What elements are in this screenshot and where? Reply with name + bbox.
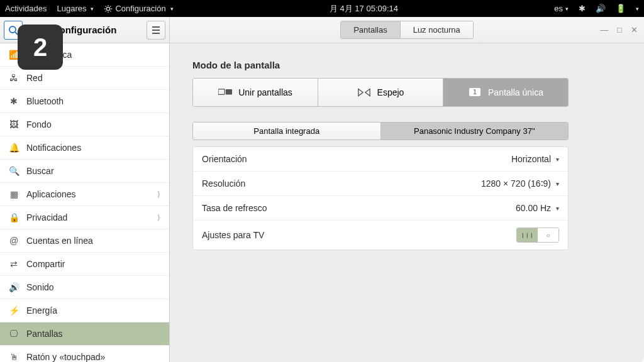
resolution-value[interactable]: 1280 × 720 (16∶9) [481,178,559,189]
orientation-value[interactable]: Horizontal [511,154,559,164]
svg-point-1 [9,26,16,33]
mode-mirror[interactable]: Espejo [318,79,443,106]
sidebar-item-label: Red [26,73,43,83]
sidebar-item-label: Bluetooth [26,96,64,106]
sidebar-icon: 🔒 [9,212,19,222]
sidebar-item-label: Cuentas en línea [26,236,93,246]
mode-single[interactable]: 1 Pantalla única [443,79,568,106]
volume-icon[interactable]: 🔊 [596,4,606,13]
places-menu[interactable]: Lugares [57,4,94,13]
sidebar-icon: 🔔 [9,143,19,153]
system-menu-chevron[interactable]: ▾ [636,6,639,12]
sidebar-item-label: Energía [26,305,57,315]
sidebar-item-cuentas-en-l-nea[interactable]: @Cuentas en línea [0,229,169,253]
join-icon [218,87,232,97]
display-integrated[interactable]: Pantalla integrada [193,123,381,140]
window-maximize[interactable]: □ [617,25,622,35]
sidebar-icon: 🔍 [9,166,19,176]
workspace-badge: 2 [18,25,63,70]
sidebar-icon: ✱ [9,96,19,106]
sidebar-item-label: Buscar [26,166,54,176]
svg-point-0 [107,7,110,10]
sidebar-item-compartir[interactable]: ⇄Compartir [0,253,169,276]
sidebar-item-red[interactable]: 🖧Red [0,67,169,90]
sidebar-item-privacidad[interactable]: 🔒Privacidad⟩ [0,206,169,229]
menu-icon [152,26,160,34]
bluetooth-icon[interactable]: ✱ [579,4,586,13]
battery-icon[interactable]: 🔋 [616,4,626,13]
sidebar-item-label: Pantallas [26,329,63,339]
tab-night-light[interactable]: Luz nocturna [401,21,473,38]
refresh-value[interactable]: 60.00 Hz [516,203,559,213]
svg-rect-7 [226,89,232,94]
sidebar-item-rat-n-y-touchpad-[interactable]: 🖱Ratón y «touchpad» [0,346,169,362]
sidebar-item-label: Ratón y «touchpad» [26,352,105,362]
hamburger-menu[interactable] [147,21,165,40]
mode-join[interactable]: Unir pantallas [193,79,318,106]
sidebar-icon: 🖱 [9,352,19,362]
sidebar-item-aplicaciones[interactable]: ▦Aplicaciones⟩ [0,183,169,206]
sidebar-item-label: Sonido [26,282,54,292]
sidebar-icon: 🔊 [9,282,19,292]
sidebar-item-notificaciones[interactable]: 🔔Notificaciones [0,136,169,160]
sidebar-icon: ▦ [9,189,19,199]
search-icon [8,25,18,35]
sidebar-item-fondo[interactable]: 🖼Fondo [0,113,169,136]
activities-button[interactable]: Actividades [5,4,47,13]
svg-rect-6 [218,89,225,94]
sidebar-icon: 🖧 [9,73,19,83]
sidebar-item-sonido[interactable]: 🔊Sonido [0,276,169,299]
display-settings-panel: Modo de la pantalla Unir pantallas Espej… [170,43,644,362]
single-icon: 1 [468,87,482,97]
tab-displays[interactable]: Pantallas [341,21,400,38]
sidebar-item-energ-a[interactable]: ⚡Energía [0,299,169,322]
window-minimize[interactable]: — [600,25,608,35]
content-header: Pantallas Luz nocturna — □ ✕ [170,17,644,43]
display-panasonic[interactable]: Panasonic Industry Company 37" [381,123,569,140]
sidebar-item-pantallas[interactable]: 🖵Pantallas [0,322,169,346]
mirror-icon [357,87,371,97]
sidebar-item-label: Fondo [26,119,52,129]
row-refresh-rate[interactable]: Tasa de refresco 60.00 Hz [193,196,568,221]
sidebar-icon: ⚡ [9,305,19,315]
row-orientation[interactable]: Orientación Horizontal [193,147,568,172]
sidebar-item-label: Notificaciones [26,143,81,153]
sidebar-item-bluetooth[interactable]: ✱Bluetooth [0,90,169,113]
sidebar-icon: 🖵 [9,329,19,339]
sidebar-item-label: Aplicaciones [26,189,76,199]
chevron-right-icon: ⟩ [157,213,160,222]
tv-adjust-switch[interactable]: ❙❙❙ [516,228,559,243]
gnome-topbar: Actividades Lugares Configuración 月 4月 1… [0,0,644,17]
display-mode-title: Modo de la pantalla [192,60,569,70]
chevron-right-icon: ⟩ [157,190,160,199]
row-tv-adjust: Ajustes para TV ❙❙❙ [193,221,568,250]
svg-text:1: 1 [473,89,477,96]
app-menu[interactable]: Configuración [104,4,173,13]
sidebar-item-label: Compartir [26,259,65,269]
sidebar-item-label: Privacidad [26,212,67,222]
clock[interactable]: 月 4月 17 05:09:14 [174,3,555,14]
window-close[interactable]: ✕ [631,25,638,35]
sidebar-icon: ⇄ [9,259,19,269]
sidebar-item-buscar[interactable]: 🔍Buscar [0,160,169,183]
sidebar-icon: 🖼 [9,119,19,129]
gear-icon [104,4,113,13]
row-resolution[interactable]: Resolución 1280 × 720 (16∶9) [193,172,568,196]
sidebar-icon: @ [9,236,19,246]
keyboard-layout[interactable]: es ▾ [554,4,569,13]
